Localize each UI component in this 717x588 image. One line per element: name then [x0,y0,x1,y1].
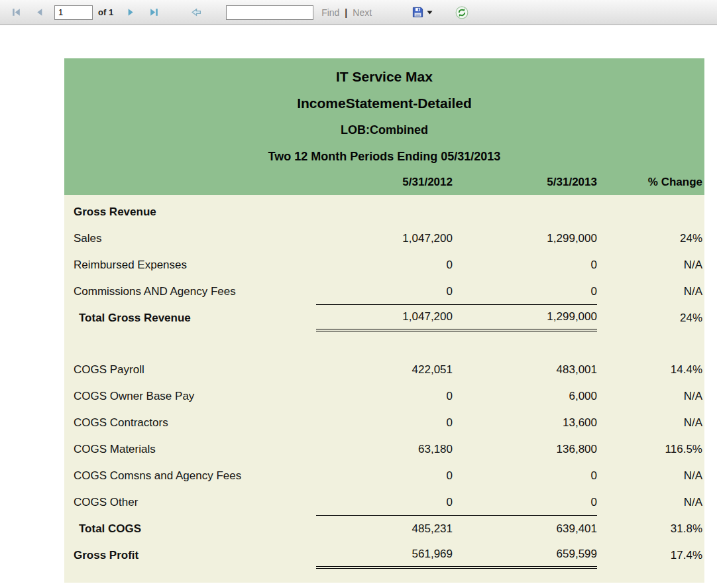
row-values: 00 [316,252,597,278]
report-viewer-toolbar: of 1 Find | Next [0,0,717,25]
value-2013: 0 [453,259,597,272]
row-values: 422,051483,001 [316,357,597,383]
value-2012: 485,231 [316,522,453,536]
row-label: Total COGS [64,522,316,536]
value-2013: 0 [453,285,597,298]
value-percent-change: N/A [597,416,704,430]
next-page-button[interactable] [124,5,138,19]
value-2013: 639,401 [453,522,597,536]
row-label: COGS Contractors [64,416,316,430]
row-values: 561,969659,599 [316,542,597,569]
find-link[interactable]: Find [321,7,339,18]
row-values: 00 [316,489,597,516]
search-input[interactable] [226,5,313,20]
last-page-icon [148,7,160,18]
spacer-row [64,331,704,357]
row-label: COGS Owner Base Pay [64,390,316,403]
value-percent-change: 116.5% [597,443,704,456]
report-row: Total COGS485,231639,40131.8% [64,516,704,542]
next-page-icon [125,7,137,18]
refresh-icon [455,6,469,19]
row-label: Total Gross Revenue [64,312,316,325]
value-2013: 0 [453,469,597,483]
export-dropdown-button[interactable] [410,5,434,20]
row-label: COGS Materials [64,443,316,456]
report-row: Gross Revenue [64,199,704,225]
back-arrow-icon [190,7,202,18]
value-2012: 0 [316,496,453,509]
report-row: Gross Profit561,969659,59917.4% [64,542,704,569]
report-row: Sales1,047,2001,299,00024% [64,225,704,252]
value-percent-change: 14.4% [597,363,704,377]
find-next-separator: | [345,7,347,18]
row-label: Sales [64,232,316,245]
value-2013: 0 [453,496,597,509]
row-label: COGS Payroll [64,363,316,377]
report-row: Total Gross Revenue1,047,2001,299,00024% [64,305,704,331]
value-percent-change: 24% [597,232,704,245]
report-row: COGS Comsns and Agency Fees00N/A [64,463,704,489]
report-row: Reimbursed Expenses00N/A [64,252,704,278]
value-2012: 0 [316,259,453,272]
value-percent-change: 31.8% [597,522,704,536]
column-header-2013: 5/31/2013 [453,176,597,189]
refresh-button[interactable] [454,5,470,21]
page-number-input[interactable] [54,5,93,20]
column-header-row: 5/31/2012 5/31/2013 % Change [64,170,704,195]
row-values: 485,231639,401 [316,516,597,542]
value-2012: 0 [316,285,453,298]
row-values: 00 [316,463,597,489]
value-2013: 483,001 [453,363,597,377]
value-2012: 561,969 [316,548,453,561]
report-row: COGS Materials63,180136,800116.5% [64,436,704,463]
page-count-label: of 1 [98,7,113,17]
report-title-company: IT Service Max [64,64,704,90]
save-export-icon [412,6,424,19]
value-2012: 1,047,200 [316,232,453,245]
value-percent-change: 24% [597,312,704,325]
row-label: Commissions AND Agency Fees [64,285,316,298]
row-label: COGS Comsns and Agency Fees [64,469,316,483]
value-percent-change: N/A [597,469,704,483]
row-label: COGS Other [64,496,316,509]
value-2013: 1,299,000 [453,310,597,323]
report-row: COGS Payroll422,051483,00114.4% [64,357,704,383]
report-rows: Gross RevenueSales1,047,2001,299,00024%R… [64,195,704,583]
last-page-button[interactable] [147,5,161,19]
find-next-link[interactable]: Next [353,7,372,18]
value-2013: 6,000 [453,390,597,403]
previous-page-icon [34,7,45,18]
row-values: 1,047,2001,299,000 [316,225,597,252]
column-header-change: % Change [597,176,704,189]
income-statement-report: IT Service Max IncomeStatement-Detailed … [64,58,704,583]
value-percent-change: 17.4% [597,549,704,562]
first-page-icon [11,7,22,18]
value-percent-change: N/A [597,496,704,509]
report-title-period: Two 12 Month Periods Ending 05/31/2013 [64,143,704,170]
value-2012: 63,180 [316,443,453,456]
report-row: COGS Contractors013,600N/A [64,410,704,436]
previous-page-button[interactable] [32,5,46,19]
report-title-lob: LOB:Combined [64,117,704,143]
value-percent-change: N/A [597,259,704,272]
value-2012: 0 [316,469,453,483]
value-2013: 659,599 [453,548,597,561]
value-percent-change: N/A [597,285,704,298]
value-2012: 0 [316,390,453,403]
row-label: Gross Revenue [64,206,316,219]
row-values: 06,000 [316,383,597,410]
value-2013: 136,800 [453,443,597,456]
row-values: 63,180136,800 [316,436,597,463]
row-values [316,199,597,225]
value-2013: 1,299,000 [453,232,597,245]
report-row: COGS Owner Base Pay06,000N/A [64,383,704,410]
report-title-name: IncomeStatement-Detailed [64,90,704,117]
first-page-button[interactable] [9,5,23,19]
value-2013: 13,600 [453,416,597,430]
back-to-parent-button[interactable] [189,5,203,19]
dropdown-caret-icon [427,11,433,15]
row-label: Gross Profit [64,549,316,562]
value-2012: 422,051 [316,363,453,377]
row-values: 00 [316,278,597,305]
report-row: COGS Other00N/A [64,489,704,516]
